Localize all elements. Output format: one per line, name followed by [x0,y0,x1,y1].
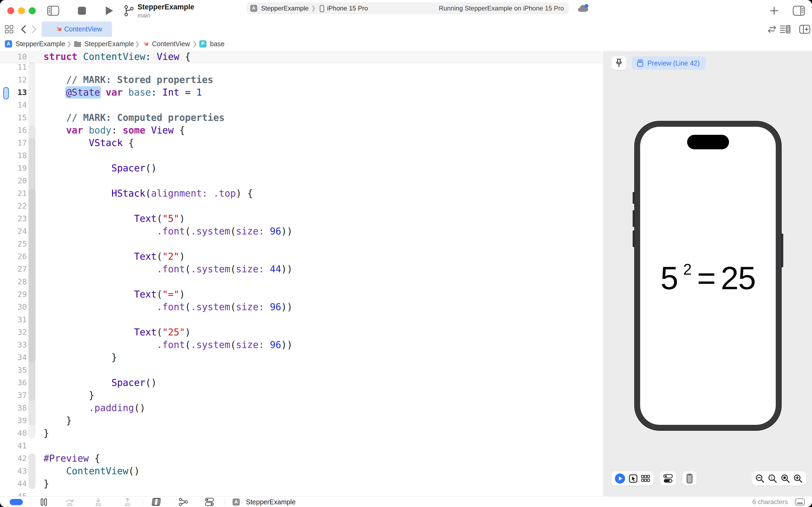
toggle-navigator-sidebar-icon[interactable] [47,6,59,16]
line-number[interactable]: 21 [0,187,27,200]
line-number[interactable]: 29 [0,288,27,301]
code-line[interactable]: 44} [0,477,603,490]
line-number[interactable]: 17 [0,137,27,149]
code-line[interactable]: 22 [0,200,603,212]
line-number[interactable]: 42 [0,452,27,465]
line-number[interactable]: 35 [0,364,27,377]
code-line[interactable]: 42#Preview { [0,452,603,465]
line-number[interactable]: 41 [0,440,27,452]
step-out-icon[interactable] [123,498,132,506]
toggle-inspector-sidebar-icon[interactable] [793,6,805,16]
iphone-preview-device[interactable]: 5 2 = 25 [635,121,781,430]
zoom-window-button[interactable] [29,7,36,14]
code-line[interactable]: 11 [0,61,603,73]
code-line[interactable]: 26 Text("2") [0,250,603,263]
stop-button[interactable] [78,7,86,15]
line-number[interactable]: 24 [0,225,27,238]
line-number[interactable]: 15 [0,111,27,124]
step-into-icon[interactable] [94,498,103,506]
line-number[interactable]: 12 [0,73,27,86]
line-number[interactable]: 22 [0,200,27,212]
breadcrumb-symbol[interactable]: base [210,37,225,51]
run-destination[interactable]: iPhone 15 Pro [327,2,368,14]
view-hierarchy-icon[interactable] [151,498,161,506]
line-number[interactable]: 32 [0,326,27,339]
tab-contentview[interactable]: ContentView [42,21,112,37]
device-settings-button[interactable] [660,471,676,486]
code-line[interactable]: 15 // MARK: Computed properties [0,111,603,124]
code-line[interactable]: 35 [0,364,603,377]
line-number[interactable]: 26 [0,250,27,263]
line-number[interactable]: 31 [0,314,27,326]
pause-execution-icon[interactable] [40,498,47,506]
code-line[interactable]: 21 HStack(alignment: .top) { [0,187,603,200]
code-review-icon[interactable] [767,25,776,33]
code-line[interactable]: 19 Spacer() [0,162,603,175]
code-line[interactable]: 13 @State var base: Int = 1 [0,86,603,99]
code-line[interactable]: 33 .font(.system(size: 96)) [0,339,603,351]
code-line[interactable]: 14 [0,99,603,111]
code-line[interactable]: 30 .font(.system(size: 96)) [0,301,603,314]
code-line[interactable]: 40} [0,427,603,440]
memory-graph-icon[interactable] [178,498,188,506]
code-line[interactable]: 25 [0,238,603,250]
line-number[interactable]: 34 [0,351,27,364]
toggle-debug-area-icon[interactable] [795,498,805,506]
selected-token[interactable]: @State [66,87,100,98]
code-line[interactable]: 41 [0,440,603,452]
live-preview-button[interactable] [615,473,625,484]
line-number[interactable]: 43 [0,465,27,477]
line-number[interactable]: 28 [0,276,27,288]
line-number[interactable]: 39 [0,414,27,427]
sticky-scope-header[interactable]: 10 struct ContentView: View { [0,51,603,62]
line-number[interactable]: 27 [0,263,27,276]
breakpoints-toggle[interactable] [10,499,23,505]
line-number[interactable]: 18 [0,149,27,162]
scheme-name[interactable]: StepperExample [261,2,308,14]
code-line[interactable]: 18 [0,149,603,162]
pin-preview-button[interactable] [612,56,627,70]
code-line[interactable]: 28 [0,276,603,288]
environment-overrides-icon[interactable] [205,498,214,506]
zoom-100-icon[interactable]: 1 [768,474,777,483]
line-number[interactable]: 44 [0,477,27,490]
add-tab-icon[interactable] [770,6,778,15]
line-number[interactable]: 45 [0,490,27,496]
breadcrumb-project[interactable]: StepperExample [15,37,65,51]
line-number[interactable]: 19 [0,162,27,175]
line-number[interactable]: 23 [0,212,27,225]
close-window-button[interactable] [7,7,14,14]
line-number[interactable]: 25 [0,238,27,250]
line-number[interactable]: 38 [0,402,27,414]
code-line[interactable]: 16 var body: some View { [0,124,603,137]
line-number[interactable]: 11 [0,61,27,73]
run-button[interactable] [105,6,114,16]
line-number[interactable]: 30 [0,301,27,314]
zoom-fit-icon[interactable] [781,474,790,483]
sticky-line-number[interactable]: 10 [0,51,27,62]
code-line[interactable]: 36 Spacer() [0,377,603,389]
line-number[interactable]: 40 [0,427,27,440]
line-number[interactable]: 16 [0,124,27,137]
code-line[interactable]: 23 Text("5") [0,212,603,225]
source-editor[interactable]: 1112 // MARK: Stored properties13 @State… [0,51,603,496]
line-number[interactable]: 33 [0,339,27,351]
zoom-out-icon[interactable] [755,474,764,483]
breadcrumb-group[interactable]: StepperExample [84,37,134,51]
step-over-icon[interactable] [64,498,75,506]
code-line[interactable]: 24 .font(.system(size: 96)) [0,225,603,238]
code-line[interactable]: 31 [0,314,603,326]
code-line[interactable]: 45 [0,490,603,496]
preview-tab-button[interactable]: Preview (Line 42) [632,56,706,70]
back-icon[interactable] [20,25,26,34]
code-line[interactable]: 29 Text("=") [0,288,603,301]
preview-device-button[interactable] [682,471,697,486]
line-number[interactable]: 20 [0,175,27,187]
adjust-editor-options-icon[interactable] [780,25,791,34]
line-number[interactable]: 37 [0,389,27,402]
variants-mode-icon[interactable] [641,474,650,483]
selectable-mode-icon[interactable] [629,474,638,483]
code-line[interactable]: 20 [0,175,603,187]
code-line[interactable]: 43 ContentView() [0,465,603,477]
process-name[interactable]: StepperExample [246,497,296,507]
